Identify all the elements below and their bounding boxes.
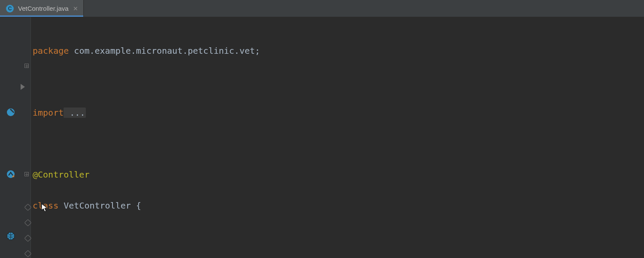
keyword-class: class	[33, 200, 58, 211]
override-marker-icon[interactable]	[24, 250, 32, 258]
code-area[interactable]: package com.example.micronaut.petclinic.…	[31, 17, 644, 258]
java-class-icon: C	[6, 5, 14, 12]
editor: package com.example.micronaut.petclinic.…	[0, 17, 644, 258]
keyword-import: import	[33, 108, 64, 118]
autowired-icon[interactable]	[6, 169, 15, 179]
collapsed-imports[interactable]: ...	[64, 108, 86, 118]
close-icon[interactable]: ✕	[73, 6, 78, 12]
web-mapping-icon[interactable]	[6, 231, 15, 241]
fold-expand-icon[interactable]	[24, 64, 29, 68]
keyword-package: package	[33, 46, 69, 56]
override-marker-icon[interactable]	[24, 219, 32, 227]
gutter[interactable]	[0, 17, 31, 258]
run-class-icon[interactable]	[21, 84, 25, 90]
class-name: VetController	[58, 200, 136, 211]
tab-vetcontroller[interactable]: C VetController.java ✕	[0, 0, 84, 17]
tab-title: VetController.java	[18, 5, 69, 12]
fold-expand-icon[interactable]	[24, 172, 29, 176]
package-name: com.example.micronaut.petclinic.vet;	[69, 46, 260, 56]
override-marker-icon[interactable]	[24, 235, 32, 242]
override-marker-icon[interactable]	[24, 204, 32, 211]
annotation-controller: @Controller	[33, 169, 89, 180]
bean-icon[interactable]	[6, 108, 15, 117]
tab-bar: C VetController.java ✕	[0, 0, 644, 17]
